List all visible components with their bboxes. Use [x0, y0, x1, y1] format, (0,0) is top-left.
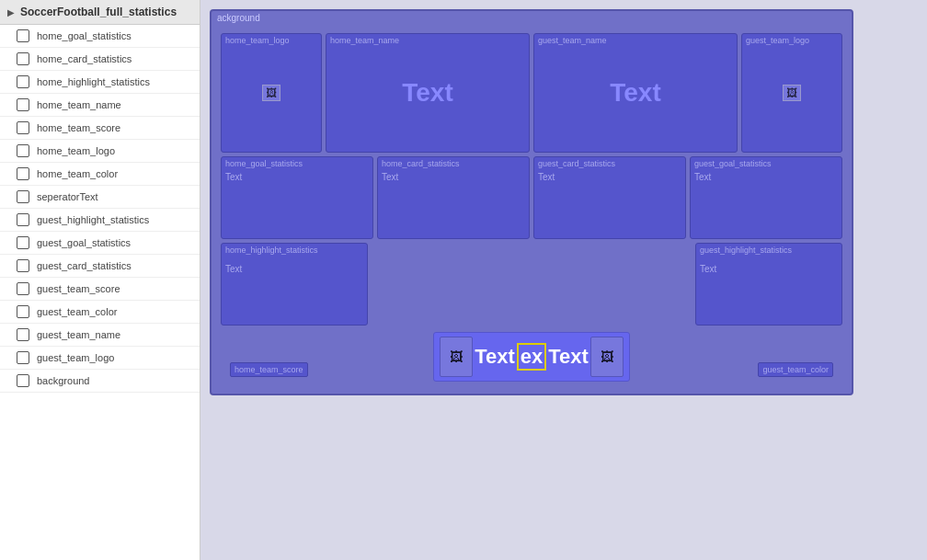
home-card-stats-cell[interactable]: home_card_statistics Text — [377, 156, 530, 239]
checkbox-icon — [17, 52, 29, 65]
sidebar-item-label: guest_team_name — [37, 329, 120, 340]
sidebar-item-label: home_card_statistics — [37, 53, 132, 64]
sidebar-item-label: guest_goal_statistics — [37, 237, 131, 248]
sidebar-item-guest_team_logo[interactable]: guest_team_logo — [0, 347, 200, 370]
sidebar-item-home_team_color[interactable]: home_team_color — [0, 163, 200, 186]
home-highlight-text: Text — [225, 264, 242, 274]
sidebar-item-label: seperatorText — [37, 191, 98, 202]
checkbox-icon — [17, 213, 29, 226]
top-row: home_team_logo home_team_name Text guest… — [221, 33, 842, 153]
checkbox-icon — [17, 75, 29, 88]
guest-card-label: guest_card_statistics — [538, 159, 615, 168]
guest-color-label: guest_team_color — [758, 362, 833, 377]
sep-home-logo-icon — [440, 337, 473, 377]
separator-row: home_team_score Text ex Text guest_team_… — [221, 329, 842, 384]
sidebar-item-label: home_team_score — [37, 122, 120, 133]
stats-row: home_goal_statistics Text home_card_stat… — [221, 156, 842, 239]
guest-highlight-label: guest_highlight_statistics — [700, 246, 792, 255]
home-name-cell-label: home_team_name — [330, 36, 399, 45]
sidebar-item-label: home_team_name — [37, 99, 121, 110]
guest-goal-text: Text — [694, 172, 711, 182]
checkbox-icon — [17, 167, 29, 180]
guest-card-text: Text — [538, 172, 555, 182]
sidebar-item-label: guest_team_color — [37, 306, 117, 317]
highlight-row: home_highlight_statistics Text guest_hig… — [221, 243, 842, 326]
sidebar-item-home_team_name[interactable]: home_team_name — [0, 94, 200, 117]
sidebar-item-label: home_highlight_statistics — [37, 76, 150, 87]
sep-text3: Text — [548, 345, 589, 369]
sidebar-item-label: guest_team_score — [37, 283, 120, 294]
home-goal-label: home_goal_statistics — [225, 159, 303, 168]
home-card-label: home_card_statistics — [382, 159, 460, 168]
checkbox-icon — [17, 236, 29, 249]
sidebar-item-guest_team_color[interactable]: guest_team_color — [0, 301, 200, 324]
sidebar-item-label: home_goal_statistics — [37, 30, 132, 41]
separator-center-cluster[interactable]: Text ex Text — [433, 332, 630, 382]
highlight-spacer — [372, 243, 692, 326]
checkbox-icon — [17, 305, 29, 318]
separator-right-cluster: guest_team_color — [758, 362, 833, 377]
checkbox-icon — [17, 29, 29, 42]
sidebar-item-guest_goal_statistics[interactable]: guest_goal_statistics — [0, 232, 200, 255]
guest-card-stats-cell[interactable]: guest_card_statistics Text — [533, 156, 686, 239]
sep-text1: Text — [475, 345, 515, 369]
guest-logo-image-icon — [783, 85, 801, 101]
separator-left-cluster: home_team_score — [230, 362, 308, 377]
checkbox-icon — [17, 328, 29, 341]
sidebar-item-guest_team_score[interactable]: guest_team_score — [0, 278, 200, 301]
sidebar-item-label: background — [37, 375, 90, 386]
sidebar-item-home_goal_statistics[interactable]: home_goal_statistics — [0, 25, 200, 48]
checkbox-icon — [17, 190, 29, 203]
sidebar-item-home_team_score[interactable]: home_team_score — [0, 117, 200, 140]
sidebar-item-home_card_statistics[interactable]: home_card_statistics — [0, 48, 200, 71]
checkbox-icon — [17, 282, 29, 295]
checkbox-icon — [17, 121, 29, 134]
guest-name-text: Text — [610, 78, 661, 108]
sidebar-item-background[interactable]: background — [0, 370, 200, 393]
home-score-label: home_team_score — [230, 362, 308, 377]
sidebar-item-label: guest_team_logo — [37, 352, 114, 363]
sidebar-header-label: SoccerFootball_full_statistics — [20, 6, 177, 18]
home-goal-text: Text — [225, 172, 242, 182]
home-team-logo-cell[interactable]: home_team_logo — [221, 33, 322, 153]
guest-goal-label: guest_goal_statistics — [694, 159, 772, 168]
home-highlight-cell[interactable]: home_highlight_statistics Text — [221, 243, 368, 326]
guest-highlight-cell[interactable]: guest_highlight_statistics Text — [695, 243, 842, 326]
checkbox-icon — [17, 259, 29, 272]
home-logo-image-icon — [262, 85, 280, 101]
guest-logo-label: guest_team_logo — [746, 36, 809, 45]
sep-guest-logo-icon — [590, 337, 624, 377]
sidebar-item-label: home_team_color — [37, 168, 118, 179]
sidebar-item-label: home_team_logo — [37, 145, 115, 156]
home-name-text: Text — [402, 78, 453, 108]
sidebar-header[interactable]: ▶ SoccerFootball_full_statistics — [0, 0, 200, 25]
home-logo-label: home_team_logo — [225, 36, 290, 45]
sep-text2: ex — [517, 343, 546, 371]
checkbox-icon — [17, 98, 29, 111]
checkbox-icon — [17, 144, 29, 157]
checkbox-icon — [17, 351, 29, 364]
main-canvas-area: ackground home_team_logo home_team_name … — [200, 0, 927, 560]
sidebar-item-label: guest_highlight_statistics — [37, 214, 149, 225]
guest-team-name-cell[interactable]: guest_team_name Text — [533, 33, 738, 153]
sidebar-item-guest_highlight_statistics[interactable]: guest_highlight_statistics — [0, 209, 200, 232]
sidebar-item-guest_team_name[interactable]: guest_team_name — [0, 324, 200, 347]
guest-team-logo-cell[interactable]: guest_team_logo — [741, 33, 842, 153]
guest-highlight-text: Text — [700, 264, 716, 274]
expand-arrow-icon: ▶ — [7, 7, 15, 17]
sidebar-item-home_team_logo[interactable]: home_team_logo — [0, 140, 200, 163]
sidebar: ▶ SoccerFootball_full_statistics home_go… — [0, 0, 200, 560]
home-goal-stats-cell[interactable]: home_goal_statistics Text — [221, 156, 373, 239]
sidebar-items-container: home_goal_statistics home_card_statistic… — [0, 25, 200, 393]
home-highlight-label: home_highlight_statistics — [225, 246, 318, 255]
sidebar-item-seperatorText[interactable]: seperatorText — [0, 186, 200, 209]
home-card-text: Text — [382, 172, 398, 182]
sidebar-item-guest_card_statistics[interactable]: guest_card_statistics — [0, 255, 200, 278]
sidebar-item-label: guest_card_statistics — [37, 260, 132, 271]
checkbox-icon — [17, 374, 29, 387]
sidebar-item-home_highlight_statistics[interactable]: home_highlight_statistics — [0, 71, 200, 94]
guest-name-cell-label: guest_team_name — [538, 36, 607, 45]
guest-goal-stats-cell[interactable]: guest_goal_statistics Text — [690, 156, 842, 239]
canvas-background: ackground home_team_logo home_team_name … — [210, 9, 853, 395]
home-team-name-cell[interactable]: home_team_name Text — [326, 33, 530, 153]
